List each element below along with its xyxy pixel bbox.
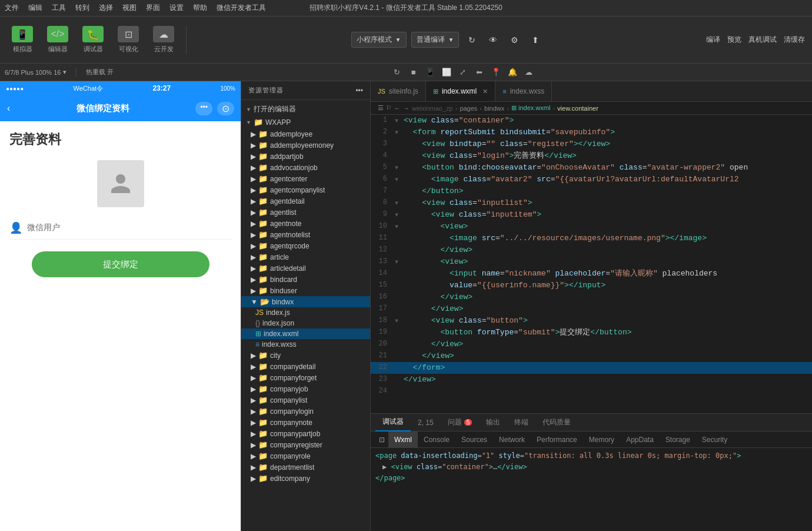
tab-index-wxss[interactable]: ≡ index.wxss — [495, 81, 552, 101]
visual-btn[interactable]: ⊡ 可视化 — [113, 24, 144, 56]
realtest-action-btn[interactable]: 真机调试 — [748, 35, 777, 45]
rotate-icon[interactable]: ⤢ — [457, 66, 470, 79]
panel-tab-sources[interactable]: Sources — [455, 432, 493, 448]
compile-action-btn[interactable]: 编译 — [706, 35, 720, 45]
panel-tab-security[interactable]: Security — [696, 432, 733, 448]
folder-addvocationjob[interactable]: ▶ 📁 addvocationjob — [241, 162, 370, 173]
folder-companylist[interactable]: ▶ 📁 companylist — [241, 394, 370, 406]
tab-index-wxml[interactable]: ⊞ index.wxml ✕ — [426, 81, 495, 101]
bottom-tab-debugger[interactable]: 调试器 — [375, 414, 411, 432]
panel-tab-wxml[interactable]: Wxml — [388, 432, 418, 448]
menu-settings[interactable]: 设置 — [169, 3, 184, 13]
breadcrumb-nav-icon[interactable]: ☰ — [378, 104, 384, 112]
file-index-wxss[interactable]: ≡ index.wxss — [241, 339, 370, 350]
debug-btn[interactable]: 🐛 调试器 — [78, 24, 108, 56]
refresh-icon[interactable]: ↻ — [391, 66, 404, 79]
eye-btn[interactable]: 👁 — [485, 32, 501, 48]
panel-tab-storage[interactable]: Storage — [660, 432, 696, 448]
folder-article[interactable]: ▶ 📁 article — [241, 251, 370, 263]
folder-addemployeemoney[interactable]: ▶ 📁 addemployeemoney — [241, 140, 370, 151]
folder-addpartjob[interactable]: ▶ 📁 addpartjob — [241, 151, 370, 162]
settings-btn[interactable]: ⚙ — [506, 32, 523, 48]
simulator-btn[interactable]: 📱 模拟器 — [7, 24, 38, 56]
menu-goto[interactable]: 转到 — [75, 3, 89, 13]
folder-departmentlist[interactable]: ▶ 📁 departmentlist — [241, 462, 370, 473]
folder-editcompany[interactable]: ▶ 📁 editcompany — [241, 473, 370, 484]
menu-select[interactable]: 选择 — [99, 3, 113, 13]
file-section-wxapp[interactable]: ▼ 📁 WXAPP — [241, 116, 370, 128]
folder-agentdetail[interactable]: ▶ 📁 agentdetail — [241, 195, 370, 207]
file-index-js[interactable]: JS index.js — [241, 307, 370, 318]
folder-agentqrcode[interactable]: ▶ 📁 agentqrcode — [241, 240, 370, 251]
console-line-2[interactable]: ▶ <view class="container">…</view> — [375, 462, 807, 473]
bottom-tab-terminal[interactable]: 终端 — [507, 414, 535, 432]
panel-tab-console[interactable]: Console — [418, 432, 455, 448]
panel-tab-appdata[interactable]: AppData — [620, 432, 660, 448]
folder-companyregister[interactable]: ▶ 📁 companyregister — [241, 439, 370, 450]
menu-tools[interactable]: 工具 — [52, 3, 66, 13]
panel-tab-performance[interactable]: Performance — [531, 432, 583, 448]
clearcache-action-btn[interactable]: 清缓存 — [784, 35, 805, 45]
file-index-wxml[interactable]: ⊞ index.wxml — [241, 328, 370, 339]
folder-articledetail[interactable]: ▶ 📁 articledetail — [241, 263, 370, 274]
preview-action-btn[interactable]: 预览 — [727, 35, 741, 45]
phone-nav-menu-btn[interactable]: ••• — [195, 102, 212, 115]
mode-select[interactable]: 小程序模式 ▼ — [351, 32, 407, 48]
folder-companynote[interactable]: ▶ 📁 companynote — [241, 417, 370, 428]
code-area[interactable]: 1 ▼ <view class="container"> 2 ▼ <form r… — [371, 115, 812, 413]
menu-edit[interactable]: 编辑 — [28, 3, 42, 13]
bottom-tab-quality[interactable]: 代码质量 — [535, 414, 578, 432]
editor-btn[interactable]: </> 编辑器 — [42, 24, 73, 56]
phone-nav-extra-btn[interactable]: ⊙ — [217, 102, 234, 115]
folder-city[interactable]: ▶ 📁 city — [241, 350, 370, 361]
debug-panel-icon[interactable]: ⬅ — [473, 66, 486, 79]
breadcrumb-back-icon[interactable]: ← — [394, 105, 401, 112]
cloud-btn[interactable]: ☁ 云开发 — [148, 24, 179, 56]
bell-icon[interactable]: 🔔 — [506, 66, 519, 79]
folder-bindcard[interactable]: ▶ 📁 bindcard — [241, 274, 370, 285]
phone-icon[interactable]: 📱 — [424, 66, 437, 79]
stop-icon[interactable]: ■ — [407, 66, 420, 79]
menu-interface[interactable]: 界面 — [146, 3, 160, 13]
folder-companylogin[interactable]: ▶ 📁 companylogin — [241, 406, 370, 417]
folder-companyrole[interactable]: ▶ 📁 companyrole — [241, 450, 370, 462]
folder-agentlist[interactable]: ▶ 📁 agentlist — [241, 207, 370, 218]
compile-select[interactable]: 普通编译 ▼ — [411, 32, 460, 48]
folder-agentnote[interactable]: ▶ 📁 agentnote — [241, 218, 370, 229]
cursor-icon[interactable]: ⊡ — [375, 433, 388, 446]
folder-agentcenter[interactable]: ▶ 📁 agentcenter — [241, 173, 370, 184]
tab-close-icon[interactable]: ✕ — [482, 88, 488, 95]
hotreload-info[interactable]: 热重载 开 — [86, 68, 114, 77]
menu-help[interactable]: 帮助 — [193, 3, 207, 13]
file-section-open[interactable]: ▼ 打开的编辑器 — [241, 102, 370, 116]
folder-binduser[interactable]: ▶ 📁 binduser — [241, 285, 370, 296]
breadcrumb-forward-icon[interactable]: → — [403, 105, 410, 112]
folder-agentcompanylist[interactable]: ▶ 📁 agentcompanylist — [241, 184, 370, 195]
phone-avatar[interactable] — [97, 160, 144, 207]
menu-devtools[interactable]: 微信开发者工具 — [217, 3, 266, 13]
folder-companypartjob[interactable]: ▶ 📁 companypartjob — [241, 428, 370, 439]
folder-companyforget[interactable]: ▶ 📁 companyforget — [241, 372, 370, 383]
file-panel-more-icon[interactable]: ••• — [355, 87, 363, 95]
location-icon[interactable]: 📍 — [490, 66, 502, 79]
bottom-tab-position[interactable]: 2, 15 — [411, 414, 441, 432]
folder-agentnotelist[interactable]: ▶ 📁 agentnotelist — [241, 229, 370, 240]
folder-bindwx[interactable]: ▼ 📂 bindwx — [241, 296, 370, 307]
folder-companyjob[interactable]: ▶ 📁 companyjob — [241, 383, 370, 394]
panel-tab-memory[interactable]: Memory — [583, 432, 620, 448]
refresh-btn[interactable]: ↻ — [464, 32, 480, 48]
panel-tab-network[interactable]: Network — [493, 432, 531, 448]
phone-back-btn[interactable]: ‹ — [7, 103, 10, 114]
share-btn[interactable]: ⬆ — [527, 32, 544, 48]
bottom-tab-output[interactable]: 输出 — [479, 414, 507, 432]
folder-addemployee[interactable]: ▶ 📁 addemployee — [241, 128, 370, 140]
menu-file[interactable]: 文件 — [5, 3, 19, 13]
tab-siteinfo-js[interactable]: JS siteinfo.js — [371, 81, 426, 101]
breadcrumb-bookmark-icon[interactable]: ⚐ — [386, 104, 392, 112]
upload-icon[interactable]: ☁ — [523, 66, 535, 79]
folder-companydetail[interactable]: ▶ 📁 companydetail — [241, 361, 370, 372]
bottom-tab-problems[interactable]: 问题 5 — [441, 414, 480, 432]
file-index-json[interactable]: {} index.json — [241, 318, 370, 328]
menu-view[interactable]: 视图 — [122, 3, 137, 13]
phone-submit-btn[interactable]: 提交绑定 — [32, 251, 209, 277]
